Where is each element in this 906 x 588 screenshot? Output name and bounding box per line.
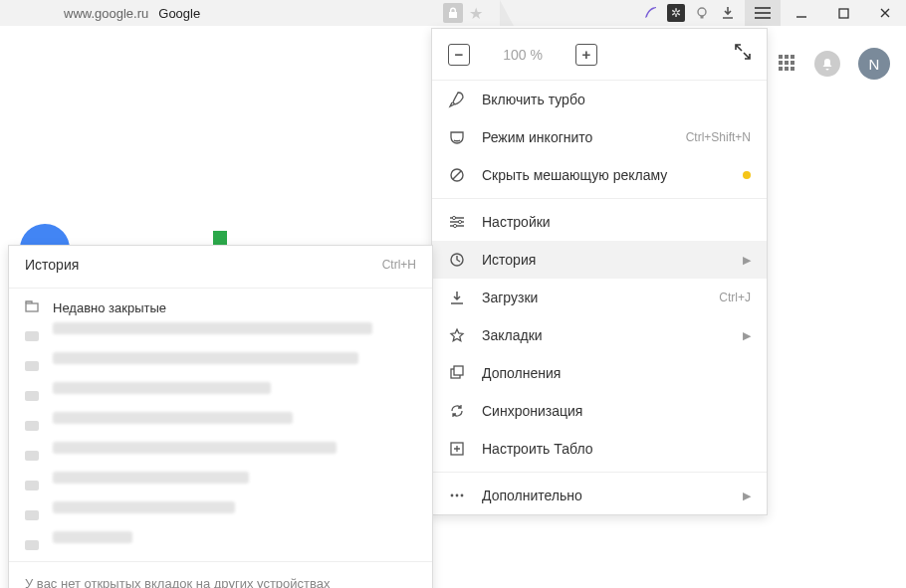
tab-title: Google	[158, 6, 200, 21]
chevron-right-icon: ▶	[743, 329, 751, 342]
window-controls	[781, 0, 906, 26]
add-tile-icon	[448, 441, 466, 457]
menu-label: Скрыть мешающую рекламу	[482, 167, 727, 183]
history-footer: У вас нет открытых вкладок на других уст…	[9, 561, 432, 588]
menu-item-more[interactable]: Дополнительно ▶	[432, 477, 767, 514]
history-entry[interactable]	[53, 382, 416, 410]
zoom-percent: 100 %	[488, 47, 558, 63]
browser-tab[interactable]: www.google.ru Google	[64, 6, 200, 21]
menu-label: Дополнительно	[482, 488, 727, 503]
bulb-icon[interactable]	[693, 4, 711, 22]
bookmark-star-icon[interactable]: ★	[469, 4, 483, 23]
avatar-initial: N	[869, 56, 880, 73]
layers-icon	[448, 365, 466, 381]
svg-point-11	[451, 494, 454, 497]
sync-icon	[448, 403, 466, 419]
menu-label: Синхронизация	[482, 403, 751, 419]
lock-icon	[443, 3, 463, 23]
chevron-right-icon: ▶	[743, 490, 751, 502]
titlebar: www.google.ru Google ★ ✲	[0, 0, 906, 26]
svg-point-4	[452, 216, 455, 219]
history-submenu: История Ctrl+H Недавно закрытые У вас не…	[8, 245, 433, 588]
clock-icon	[448, 252, 466, 268]
menu-label: Включить турбо	[482, 92, 751, 107]
menu-item-bookmarks[interactable]: Закладки ▶	[432, 316, 767, 354]
titlebar-right: ✲	[641, 0, 906, 26]
zoom-in-button[interactable]: +	[575, 44, 597, 66]
tab-url: www.google.ru	[64, 6, 148, 21]
svg-point-12	[456, 494, 459, 497]
menu-shortcut: Ctrl+J	[719, 291, 751, 304]
menu-item-downloads[interactable]: Загрузки Ctrl+J	[432, 279, 767, 316]
zoom-out-button[interactable]: −	[448, 44, 470, 66]
menu-separator	[432, 198, 767, 199]
svg-rect-2	[839, 9, 848, 18]
extension-box-icon[interactable]: ✲	[667, 4, 685, 22]
menu-item-history[interactable]: История ▶	[432, 241, 767, 279]
recently-closed-item[interactable]: Недавно закрытые	[9, 293, 432, 322]
dots-icon	[448, 488, 466, 503]
menu-separator	[432, 472, 767, 473]
history-entry[interactable]	[53, 442, 416, 470]
maximize-button[interactable]	[822, 0, 864, 26]
star-icon	[448, 327, 466, 343]
menu-label: Настройки	[482, 214, 751, 230]
menu-label: Настроить Табло	[482, 441, 751, 457]
avatar[interactable]: N	[858, 48, 890, 80]
history-header[interactable]: История Ctrl+H	[9, 246, 432, 284]
history-entry[interactable]	[53, 501, 416, 529]
svg-point-6	[453, 224, 456, 227]
menu-label: Загрузки	[482, 290, 703, 305]
mask-icon	[448, 129, 466, 145]
svg-point-13	[461, 494, 464, 497]
menu-label: Режим инкогнито	[482, 129, 670, 145]
history-entry[interactable]	[53, 412, 416, 440]
fullscreen-button[interactable]	[735, 44, 751, 65]
chevron-right-icon: ▶	[743, 254, 751, 267]
svg-point-5	[458, 220, 461, 223]
menu-item-custom-tabloid[interactable]: Настроить Табло	[432, 430, 767, 468]
minimize-button[interactable]	[781, 0, 822, 26]
rocket-icon	[448, 92, 466, 107]
menu-shortcut: Ctrl+Shift+N	[686, 130, 751, 144]
feather-icon[interactable]	[641, 4, 659, 22]
menu-label: История	[482, 252, 727, 268]
apps-grid-icon[interactable]	[779, 55, 796, 73]
history-entry[interactable]	[53, 531, 416, 559]
menu-separator	[9, 288, 432, 289]
recently-closed-label: Недавно закрытые	[53, 300, 166, 315]
history-entry[interactable]	[53, 472, 416, 499]
menu-label: Закладки	[482, 327, 727, 343]
menu-item-incognito[interactable]: Режим инкогнито Ctrl+Shift+N	[432, 118, 767, 156]
svg-point-0	[698, 8, 706, 16]
status-dot-icon	[743, 171, 751, 179]
history-title: История	[25, 257, 382, 273]
tab-edge	[500, 0, 514, 26]
download-icon[interactable]	[719, 4, 737, 22]
main-menu: − 100 % + Включить турбо Режим инкогнито…	[431, 28, 768, 515]
history-shortcut: Ctrl+H	[382, 258, 416, 272]
history-entry[interactable]	[53, 322, 416, 350]
notifications-icon[interactable]	[814, 51, 840, 77]
close-button[interactable]	[864, 0, 906, 26]
menu-item-settings[interactable]: Настройки	[432, 203, 767, 241]
menu-item-hide-ads[interactable]: Скрыть мешающую рекламу	[432, 156, 767, 194]
menu-label: Дополнения	[482, 365, 751, 381]
address-icons: ★	[443, 0, 483, 26]
history-entry[interactable]	[53, 352, 416, 380]
page-header-icons: N	[779, 48, 890, 80]
block-icon	[448, 167, 466, 183]
svg-rect-9	[454, 366, 463, 375]
menu-item-turbo[interactable]: Включить турбо	[432, 81, 767, 118]
menu-item-extensions[interactable]: Дополнения	[432, 354, 767, 392]
sliders-icon	[448, 214, 466, 230]
zoom-row: − 100 % +	[432, 29, 767, 81]
menu-button[interactable]	[745, 0, 781, 26]
svg-rect-1	[701, 16, 704, 19]
tab-icon	[25, 300, 41, 315]
svg-rect-14	[26, 303, 38, 311]
menu-item-sync[interactable]: Синхронизация	[432, 392, 767, 430]
download-icon	[448, 290, 466, 305]
extension-icons: ✲	[641, 4, 737, 22]
